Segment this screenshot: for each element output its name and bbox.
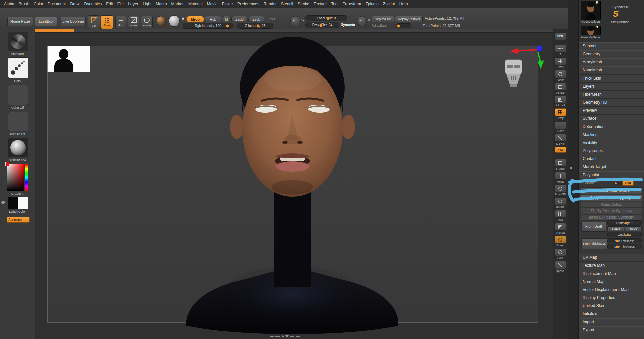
hue-strip[interactable] bbox=[25, 164, 28, 191]
replay-last-rel-button[interactable]: ReplayLastRel bbox=[395, 16, 423, 22]
quality-nub[interactable] bbox=[627, 234, 629, 236]
grd-button[interactable]: Grd bbox=[622, 180, 634, 186]
panel-collapse-icon[interactable] bbox=[570, 166, 572, 170]
scale-button[interactable]: Scale bbox=[128, 16, 139, 28]
material-thumbnail[interactable] bbox=[8, 138, 28, 157]
m-toggle[interactable]: M bbox=[222, 16, 231, 22]
zadd-toggle[interactable]: Zadd bbox=[231, 16, 248, 22]
alternate-button[interactable]: Alternate bbox=[7, 217, 30, 223]
invdir-button[interactable]: InvDir bbox=[625, 226, 642, 231]
replay-last-button[interactable]: ReplayLast bbox=[372, 16, 394, 22]
menu-zplugin[interactable]: Zplugin bbox=[365, 2, 378, 6]
stroke-thumbnail[interactable] bbox=[8, 57, 28, 78]
max-thickness-nub[interactable] bbox=[616, 245, 619, 248]
section-layers[interactable]: Layers bbox=[579, 83, 644, 91]
dynamic-toggle[interactable]: Dynamic bbox=[341, 23, 355, 27]
mrgb-toggle[interactable]: Mrgb bbox=[186, 16, 204, 22]
section-display-properties[interactable]: Display Properties bbox=[579, 294, 644, 302]
section-geometry-hd[interactable]: Geometry HD bbox=[579, 99, 644, 107]
alpha-thumbnail[interactable] bbox=[8, 85, 28, 105]
strip-item-solo[interactable]: Solo bbox=[555, 248, 566, 260]
color-sphere-icon[interactable] bbox=[169, 15, 180, 27]
section-subtool[interactable]: Subtool bbox=[579, 42, 644, 50]
depth-curve-icon[interactable] bbox=[357, 16, 367, 26]
strip-item-ghost[interactable]: Ghost bbox=[555, 236, 566, 247]
menu-dynamics[interactable]: Dynamics bbox=[84, 2, 102, 6]
section-vector-displacement-map[interactable]: Vector Displacement Map bbox=[579, 286, 644, 294]
gradient-picker[interactable] bbox=[7, 164, 28, 191]
strip-item-scroll[interactable]: Scroll bbox=[555, 57, 566, 69]
menu-file[interactable]: File bbox=[117, 2, 124, 6]
z-intensity-slider[interactable]: Z Intensity 25 bbox=[237, 23, 273, 29]
menu-zscript[interactable]: Zscript bbox=[383, 2, 395, 6]
section-fibermesh[interactable]: FiberMesh bbox=[579, 91, 644, 99]
move-button[interactable]: Move bbox=[115, 16, 126, 28]
edit-button[interactable]: Edit bbox=[88, 15, 100, 29]
strip-item-zoom[interactable]: Zoom bbox=[555, 70, 566, 82]
menu-brush[interactable]: Brush bbox=[19, 2, 29, 6]
menu-marker[interactable]: Marker bbox=[171, 2, 184, 6]
section-masking[interactable]: Masking bbox=[579, 131, 644, 139]
section-import[interactable]: Import bbox=[579, 318, 644, 326]
stroke-curve-icon[interactable] bbox=[290, 16, 301, 26]
menu-stencil[interactable]: Stencil bbox=[281, 2, 293, 6]
section-displacement-map[interactable]: Displacement Map bbox=[579, 270, 644, 278]
section-morph-target[interactable]: Morph Target bbox=[579, 163, 644, 171]
menu-picker[interactable]: Picker bbox=[222, 2, 233, 6]
adjust-colors-button[interactable]: Adjust Colors bbox=[581, 202, 642, 208]
rgb-toggle[interactable]: Rgb bbox=[205, 16, 221, 22]
simplebrush-icon[interactable]: S bbox=[613, 9, 619, 19]
strip-item-bpr[interactable]: BPR bbox=[555, 32, 566, 43]
draw-button[interactable]: Draw bbox=[101, 15, 113, 29]
adjust-last-slider[interactable] bbox=[396, 23, 411, 28]
scroll-up-icon[interactable] bbox=[281, 335, 284, 337]
section-unified-skin[interactable]: Unified Skin bbox=[579, 302, 644, 310]
live-boolean-button[interactable]: Live Boolean bbox=[61, 17, 86, 26]
menu-texture[interactable]: Texture bbox=[314, 2, 327, 6]
menu-color[interactable]: Color bbox=[34, 2, 43, 6]
zsub-toggle[interactable]: Zsub bbox=[248, 16, 264, 22]
menu-material[interactable]: Material bbox=[188, 2, 203, 6]
strip-item-xpose[interactable]: Xpose bbox=[555, 261, 566, 273]
switch-color-black-swatch[interactable] bbox=[8, 197, 18, 209]
focal-shift-nub[interactable] bbox=[326, 17, 329, 20]
menu-stroke[interactable]: Stroke bbox=[298, 2, 309, 6]
strip-item-transp[interactable]: Transp bbox=[555, 223, 566, 234]
material-sphere-icon[interactable] bbox=[156, 16, 166, 26]
section-normal-map[interactable]: Normal Map bbox=[579, 278, 644, 286]
menu-draw[interactable]: Draw bbox=[70, 2, 79, 6]
section-visibility[interactable]: Visibility bbox=[579, 139, 644, 147]
strip-item-persp[interactable]: Persp bbox=[555, 108, 566, 120]
document-area[interactable] bbox=[47, 46, 538, 323]
strip-item-polyf[interactable]: PolyF bbox=[555, 210, 566, 222]
strip-item-move3d[interactable]: Move bbox=[555, 172, 566, 183]
strip-item-aahalf[interactable]: AAHalf bbox=[555, 96, 566, 107]
section-preview[interactable]: Preview bbox=[579, 107, 644, 115]
from-thickness-button[interactable]: From Thickness bbox=[581, 238, 607, 249]
menu-document[interactable]: Document bbox=[48, 2, 66, 6]
strip-item-floor[interactable]: Floor bbox=[555, 121, 566, 133]
rgb-intensity-slider[interactable]: Rgb Intensity 100 bbox=[183, 23, 233, 29]
section-deformation[interactable]: Deformation bbox=[579, 123, 644, 131]
strip-item-actual[interactable]: Actual bbox=[555, 83, 566, 94]
section-surface[interactable]: Surface bbox=[579, 115, 644, 123]
zcut-toggle[interactable]: Zcut bbox=[268, 17, 275, 21]
min-thickness-slider[interactable]: Min Thickness bbox=[607, 238, 642, 243]
section-geometry[interactable]: Geometry bbox=[579, 50, 644, 58]
strip-item-spix[interactable]: SPix 3 bbox=[555, 45, 566, 56]
max-thickness-slider[interactable]: Max Thickness bbox=[607, 244, 642, 249]
section-uv-map[interactable]: UV Map bbox=[579, 254, 644, 262]
adjust-last-nub[interactable] bbox=[397, 24, 400, 27]
colorize-toggle[interactable]: Colorize bbox=[583, 181, 596, 185]
menu-tool[interactable]: Tool bbox=[331, 2, 338, 6]
min-thickness-nub[interactable] bbox=[616, 240, 619, 242]
menu-macro[interactable]: Macro bbox=[156, 2, 167, 6]
colorize-mini-slider[interactable] bbox=[614, 182, 622, 185]
polypaint-from-polygroups-button[interactable]: Polypaint From Polygroups bbox=[581, 195, 642, 201]
menu-light[interactable]: Light bbox=[143, 2, 151, 6]
section-polygroups[interactable]: Polygroups bbox=[579, 147, 644, 155]
section-initialize[interactable]: Initialize bbox=[579, 310, 644, 318]
texture-thumbnail[interactable] bbox=[8, 112, 28, 131]
draw-size-slider[interactable]: Draw Size 64 bbox=[305, 22, 339, 28]
strip-item-rotate3d[interactable]: Rotate bbox=[555, 197, 566, 209]
